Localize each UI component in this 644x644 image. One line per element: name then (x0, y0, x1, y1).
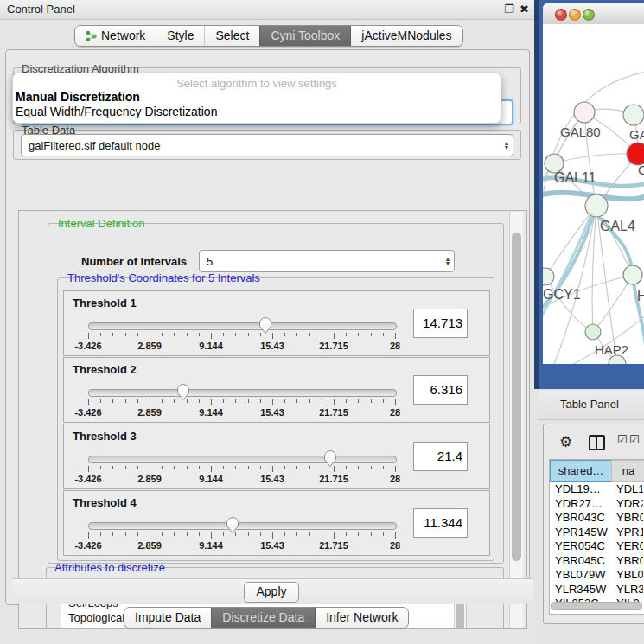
number-of-intervals-label: Number of Intervals (81, 255, 187, 268)
network-edge (593, 275, 633, 332)
network-node-label: GCY1 (543, 287, 581, 302)
threshold-slider-track[interactable] (88, 389, 397, 397)
network-node[interactable] (585, 194, 608, 217)
threshold-slider-thumb[interactable] (226, 516, 239, 534)
zoom-traffic-light-icon[interactable] (583, 9, 595, 21)
select-columns-checkbox-icon[interactable]: ☑ (617, 433, 628, 446)
table-panel: ⚙ ☑ ☑ shared…na YDL19…YDL1YDR27…YDR2YBR0… (543, 424, 644, 624)
network-node[interactable] (623, 105, 644, 125)
threshold-slider-track[interactable] (88, 522, 397, 530)
bottom-tab-label: Infer Network (326, 610, 398, 624)
tab-cyni-toolbox[interactable]: Cyni Toolbox (259, 26, 350, 46)
table-horizontal-scrollbar[interactable] (551, 602, 642, 610)
table-cell: YER0 (616, 539, 643, 552)
network-node[interactable] (543, 268, 554, 285)
close-traffic-light-icon[interactable] (555, 9, 567, 21)
table-cell: YLR345W (555, 583, 609, 596)
tab-jactivemnodules[interactable]: jActiveMNodules (350, 26, 462, 46)
tick-label: 28 (390, 474, 400, 484)
column-header-shared[interactable]: shared… (550, 460, 612, 482)
tick-label: 15.43 (260, 540, 284, 551)
popup-option-manual-discretization[interactable]: Manual Discretization (16, 90, 140, 104)
stepper-icon: ▲▼ (501, 141, 513, 150)
algorithm-dropdown-popup: Select algorithm to view settings Manual… (12, 73, 501, 124)
tick-label: 9.144 (199, 341, 223, 351)
tick-label: 21.715 (319, 474, 348, 484)
settings-scroll-pane: Interval Definition Number of Intervals … (18, 210, 527, 629)
threshold-value-field[interactable]: 14.713 (413, 309, 468, 338)
table-data-combobox[interactable]: galFiltered.sif default node ▲▼ (21, 134, 513, 156)
tab-style[interactable]: Style (156, 26, 204, 46)
table-row[interactable]: YDR27…YDR2 (550, 497, 644, 512)
bottom-tab-infer-network[interactable]: Infer Network (315, 608, 408, 628)
tick-label: 21.715 (319, 341, 348, 351)
number-of-intervals-combobox[interactable]: 5 ▲▼ (199, 250, 455, 272)
tab-label: Network (101, 29, 145, 42)
select-rows-checkbox-icon[interactable]: ☑ (629, 433, 640, 446)
bottom-tab-impute-data[interactable]: Impute Data (124, 608, 211, 628)
table-row[interactable]: YBL079WYBL0 (550, 568, 644, 583)
minimize-traffic-light-icon[interactable] (569, 9, 581, 21)
split-columns-icon[interactable] (589, 435, 605, 450)
tick-label: 2.859 (137, 474, 162, 484)
network-window-titlebar (543, 3, 644, 25)
threshold-label: Threshold 4 (73, 496, 137, 509)
network-node[interactable] (585, 324, 601, 340)
float-window-icon[interactable]: ❐ (504, 3, 514, 16)
pane-scrollbar[interactable] (509, 212, 523, 628)
network-node[interactable] (574, 102, 595, 123)
threshold-slider-ticks (88, 399, 395, 406)
table-cell: YBR0 (616, 554, 643, 567)
threshold-slider-track[interactable] (88, 456, 397, 463)
threshold-slider-thumb[interactable] (258, 316, 272, 335)
network-node-label: HAP2 (595, 342, 628, 357)
column-header-na[interactable]: na (611, 460, 644, 482)
tick-label: -3.426 (74, 407, 101, 418)
control-panel-titlebar: Control Panel ❐ ✖ (0, 0, 534, 20)
threshold-value-field[interactable]: 21.4 (413, 442, 468, 471)
apply-button[interactable]: Apply (244, 582, 299, 603)
tab-label: Style (167, 29, 194, 42)
table-row[interactable]: YBR043CYBR0 (550, 511, 644, 526)
threshold-value-field[interactable]: 11.344 (413, 508, 468, 538)
thresholds-group-title: Threshold's Coordinates for 5 Intervals (65, 271, 263, 284)
gear-icon[interactable]: ⚙ (559, 433, 572, 451)
bottom-tab-label: Impute Data (135, 610, 201, 624)
threshold-slider-thumb[interactable] (176, 383, 190, 401)
control-panel-title: Control Panel (7, 3, 75, 16)
interval-definition-title: Interval Definition (55, 217, 147, 230)
node-attribute-table[interactable]: shared…na YDL19…YDL1YDR27…YDR2YBR043CYBR… (549, 459, 644, 615)
network-view[interactable]: GAL80GAGAL11CGAL4GCY1HHAP2 (543, 24, 644, 364)
table-cell: YBL0 (616, 568, 643, 581)
network-edge (545, 277, 593, 332)
table-row[interactable]: YER054CYER0 (550, 539, 644, 554)
table-cell: YDR27… (555, 497, 609, 510)
tick-label: 15.43 (260, 341, 284, 351)
threshold-value-field[interactable]: 6.316 (413, 375, 468, 405)
tick-label: 2.859 (137, 341, 162, 351)
popup-option-equal-width-frequency[interactable]: Equal Width/Frequency Discretization (16, 105, 217, 118)
threshold-slider-thumb[interactable] (323, 450, 337, 468)
threshold-slider-tick-labels: -3.4262.8599.14415.4321.71528 (88, 407, 395, 418)
control-panel: Control Panel ❐ ✖ NetworkStyleSelectCyni… (0, 0, 534, 644)
table-panel-header: Table Panel (538, 391, 644, 420)
table-row[interactable]: YDL19…YDL1 (550, 482, 644, 497)
tick-label: -3.426 (74, 341, 101, 351)
threshold-slider-track[interactable] (88, 322, 397, 330)
network-node-label: H (637, 289, 644, 303)
cyni-bottom-tabs: Impute DataDiscretize DataInfer Network (124, 607, 409, 628)
tick-label: 21.715 (319, 407, 348, 418)
tab-network[interactable]: Network (75, 26, 156, 46)
table-cell: YBR0 (616, 511, 643, 524)
table-cell: YLR3 (616, 583, 643, 596)
table-row[interactable]: YBR045CYBR0 (550, 554, 644, 569)
network-node-label: GA (629, 127, 644, 142)
number-of-intervals-value: 5 (200, 255, 442, 268)
close-icon[interactable]: ✖ (520, 3, 529, 16)
table-row[interactable]: YPR145WYPR1 (550, 526, 644, 540)
tab-select[interactable]: Select (204, 26, 259, 46)
table-cell: YBR043C (555, 511, 609, 524)
table-row[interactable]: YLR345WYLR3 (550, 583, 644, 597)
network-node[interactable] (623, 265, 642, 284)
bottom-tab-discretize-data[interactable]: Discretize Data (211, 608, 315, 628)
